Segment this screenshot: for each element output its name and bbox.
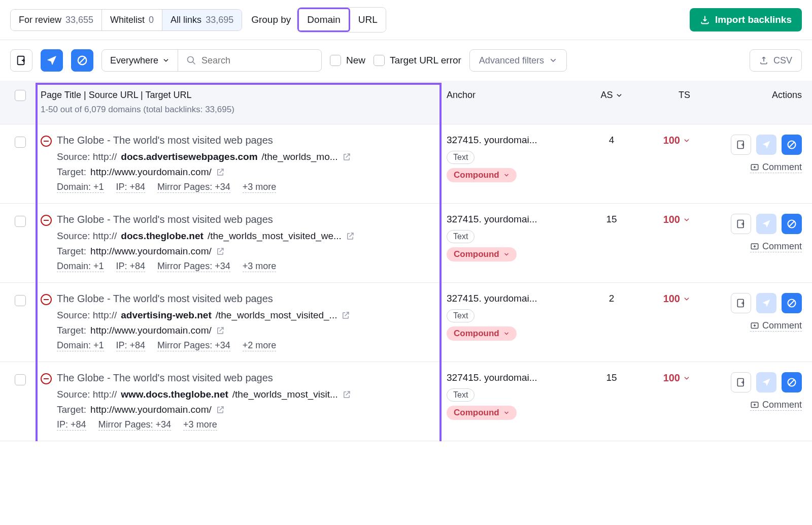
external-link-icon[interactable] (216, 247, 225, 256)
external-link-icon[interactable] (216, 168, 225, 177)
ts-value[interactable]: 100 (639, 214, 690, 225)
meta-link[interactable]: Mirror Pages: +34 (157, 340, 230, 351)
comment-icon (750, 163, 759, 172)
meta-links: IP: +84Mirror Pages: +34+3 more (57, 419, 442, 431)
as-value: 15 (589, 372, 634, 383)
action-block-button[interactable] (782, 293, 802, 313)
remove-icon[interactable] (41, 136, 52, 147)
meta-link[interactable]: +2 more (243, 340, 277, 351)
meta-link[interactable]: IP: +84 (57, 419, 86, 431)
anchor-status-badge[interactable]: Compound (447, 406, 517, 420)
search-input[interactable] (201, 55, 313, 66)
external-link-icon[interactable] (342, 152, 351, 161)
anchor-type-badge: Text (447, 151, 475, 164)
meta-link[interactable]: Mirror Pages: +34 (98, 419, 172, 431)
chevron-down-icon (503, 331, 510, 337)
import-backlinks-button[interactable]: Import backlinks (690, 8, 802, 31)
anchor-status-badge[interactable]: Compound (447, 168, 517, 182)
table-body: The Globe - The world's most visited web… (0, 124, 812, 441)
filter-tabs: For review 33,655 Whitelist 0 All links … (10, 9, 242, 31)
ts-value[interactable]: 100 (639, 135, 690, 146)
table-row: The Globe - The world's most visited web… (0, 283, 812, 362)
scope-dropdown[interactable]: Everywhere (102, 50, 178, 71)
as-value: 15 (589, 214, 634, 225)
export-icon (736, 298, 746, 308)
meta-link[interactable]: +3 more (183, 419, 217, 431)
action-block-button[interactable] (782, 372, 802, 392)
meta-link[interactable]: +3 more (243, 261, 277, 272)
group-by-domain[interactable]: Domain (297, 8, 350, 32)
anchor-status-badge[interactable]: Compound (447, 326, 517, 341)
tab-count: 0 (149, 15, 154, 25)
target-error-filter[interactable]: Target URL error (374, 55, 461, 66)
meta-link[interactable]: Mirror Pages: +34 (157, 182, 230, 193)
remove-icon[interactable] (41, 373, 52, 384)
tab-for-review[interactable]: For review 33,655 (11, 10, 102, 30)
row-checkbox[interactable] (15, 137, 26, 148)
new-filter[interactable]: New (330, 55, 365, 66)
comment-link[interactable]: Comment (750, 400, 802, 411)
export-csv-button[interactable]: CSV (750, 49, 802, 72)
upload-icon (759, 56, 768, 65)
col-anchor-header[interactable]: Anchor (447, 90, 584, 101)
chevron-down-icon (503, 251, 510, 257)
remove-icon[interactable] (41, 294, 52, 305)
page-title: The Globe - The world's most visited web… (57, 214, 442, 225)
meta-link[interactable]: IP: +84 (116, 340, 146, 351)
col-as-header[interactable]: AS (589, 90, 634, 101)
export-icon (736, 377, 746, 387)
row-checkbox[interactable] (15, 295, 26, 306)
action-send-button[interactable] (756, 293, 776, 313)
meta-link[interactable]: Mirror Pages: +34 (157, 261, 230, 272)
external-link-icon[interactable] (346, 232, 355, 241)
ts-value[interactable]: 100 (639, 293, 690, 305)
meta-link[interactable]: +3 more (243, 182, 277, 193)
tab-whitelist[interactable]: Whitelist 0 (102, 10, 162, 30)
action-block-button[interactable] (782, 135, 802, 155)
meta-links: Domain: +1IP: +84Mirror Pages: +34+2 mor… (57, 340, 442, 351)
anchor-status-badge[interactable]: Compound (447, 247, 517, 261)
external-link-icon[interactable] (216, 326, 225, 335)
row-checkbox[interactable] (15, 216, 26, 227)
comment-icon (750, 401, 759, 410)
col-ts-header[interactable]: TS (639, 90, 690, 101)
select-all-checkbox[interactable] (15, 90, 26, 101)
advanced-filters-dropdown[interactable]: Advanced filters (469, 49, 567, 72)
group-by-url[interactable]: URL (350, 8, 386, 32)
page-title: The Globe - The world's most visited web… (57, 293, 442, 305)
external-link-icon[interactable] (342, 390, 351, 399)
action-export-button[interactable] (731, 372, 751, 392)
meta-link[interactable]: IP: +84 (116, 182, 146, 193)
target-line: Target: http://www.yourdomain.com/ (57, 246, 442, 257)
send-button[interactable] (41, 49, 63, 72)
action-send-button[interactable] (756, 135, 776, 155)
meta-link[interactable]: Domain: +1 (57, 261, 104, 272)
action-export-button[interactable] (731, 293, 751, 313)
action-send-button[interactable] (756, 214, 776, 234)
action-export-button[interactable] (731, 214, 751, 234)
external-link-icon[interactable] (341, 311, 350, 320)
action-export-button[interactable] (731, 135, 751, 155)
meta-link[interactable]: Domain: +1 (57, 340, 104, 351)
chevron-down-icon (503, 172, 510, 178)
remove-icon[interactable] (41, 215, 52, 226)
send-icon (46, 55, 57, 66)
meta-link[interactable]: Domain: +1 (57, 182, 104, 193)
block-button[interactable] (71, 49, 93, 72)
ts-value[interactable]: 100 (639, 372, 690, 384)
send-icon (761, 140, 771, 150)
anchor-text: 327415. yourdomai... (447, 214, 579, 225)
tab-all-links[interactable]: All links 33,695 (162, 10, 242, 30)
action-send-button[interactable] (756, 372, 776, 392)
meta-link[interactable]: IP: +84 (116, 261, 146, 272)
export-icon (16, 55, 27, 66)
action-block-button[interactable] (782, 214, 802, 234)
row-checkbox[interactable] (15, 374, 26, 385)
col-actions-header: Actions (695, 90, 802, 101)
comment-link[interactable]: Comment (750, 320, 802, 332)
row-actions (695, 293, 802, 313)
export-button[interactable] (10, 49, 32, 72)
external-link-icon[interactable] (216, 405, 225, 414)
comment-link[interactable]: Comment (750, 162, 802, 173)
comment-link[interactable]: Comment (750, 241, 802, 252)
